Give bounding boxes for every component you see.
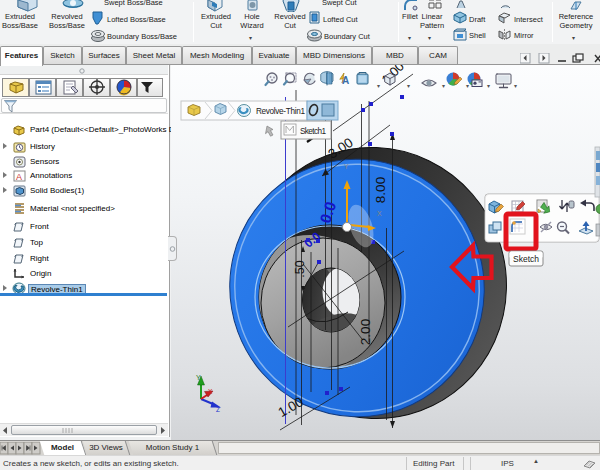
svg-text:▾: ▾ [487,83,490,89]
svg-text:Y: Y [196,374,201,381]
svg-text:▾: ▾ [377,83,380,89]
svg-text:Z: Z [216,406,220,413]
svg-text:2.00: 2.00 [358,319,373,345]
svg-text:▾: ▾ [466,83,469,89]
svg-text:A: A [16,172,22,182]
svg-text:▾: ▾ [442,83,445,89]
svg-text:▾: ▾ [514,83,517,89]
svg-text:8.00: 8.00 [373,177,388,203]
svg-text:Sketch: Sketch [513,254,539,264]
svg-text:A: A [342,75,349,86]
svg-text:X: X [208,388,213,395]
svg-text:X: X [377,210,382,217]
svg-text:Revolve-Thin1: Revolve-Thin1 [256,107,305,116]
svg-text:.50: .50 [293,260,307,277]
svg-text:▾: ▾ [407,83,410,89]
svg-text:Y: Y [344,163,349,170]
svg-text:Sketch1: Sketch1 [300,127,326,136]
